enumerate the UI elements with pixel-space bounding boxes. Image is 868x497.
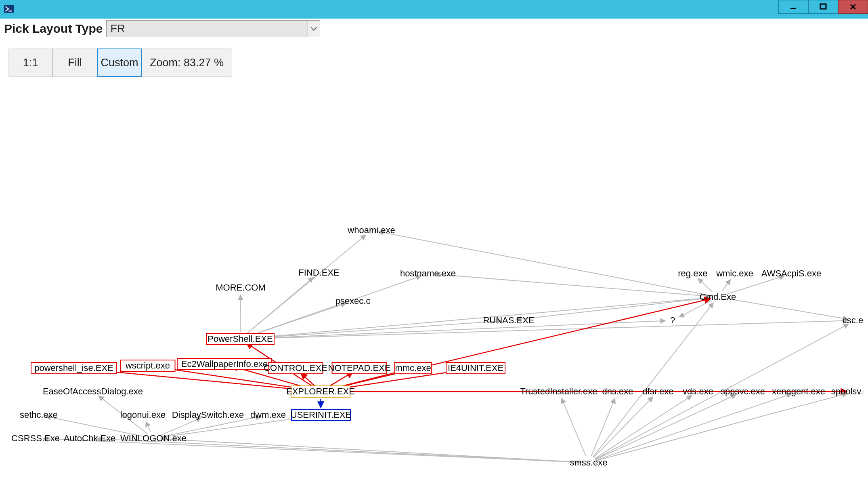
graph-node-label: xenagent.exe — [772, 386, 825, 396]
graph-node[interactable]: USERINIT.EXE — [291, 409, 351, 421]
graph-edge — [725, 298, 848, 319]
graph-node-label: NOTEPAD.EXE — [328, 363, 391, 373]
graph-node[interactable]: EXPLORER.EXE — [286, 386, 355, 397]
graph-node-label: USERINIT.EXE — [291, 410, 351, 420]
graph-node-label: PowerShell.EXE — [208, 334, 273, 344]
graph-node-label: csc.ex — [843, 315, 864, 325]
graph-node[interactable]: IE4UINIT.EXE — [446, 362, 505, 374]
graph-node-label: sethc.exe — [20, 410, 58, 420]
graph-node[interactable]: PowerShell.EXE — [206, 333, 274, 345]
graph-node[interactable]: dwm.exe — [250, 410, 286, 420]
window-minimize-button[interactable] — [778, 0, 808, 14]
graph-node-label: dwm.exe — [250, 410, 286, 420]
graph-edge — [328, 299, 711, 390]
window-maximize-button[interactable] — [808, 0, 838, 14]
graph-edge — [516, 298, 711, 320]
graph-node[interactable]: sppsvc.exe — [721, 386, 765, 396]
graph-node[interactable]: dfsr.exe — [642, 386, 673, 396]
graph-node-label: vds.exe — [683, 386, 713, 396]
graph-node[interactable]: NOTEPAD.EXE — [328, 362, 391, 374]
graph-edge — [146, 421, 150, 432]
graph-edge — [595, 394, 792, 460]
graph-node-label: AutoChk.Exe — [64, 433, 115, 443]
graph-node-label: Cmd.Exe — [700, 292, 736, 302]
process-graph[interactable]: whoami.exeFIND.EXEhostname.exeMORE.COMps… — [4, 20, 864, 492]
graph-node[interactable]: smss.exe — [570, 457, 608, 468]
graph-edge — [379, 232, 711, 295]
graph-node[interactable]: whoami.exe — [347, 225, 395, 235]
graph-node[interactable]: Ec2WallpaperInfo.exe — [177, 358, 272, 370]
graph-node-label: psexec.c — [335, 296, 371, 306]
graph-node[interactable]: RUNAS.EXE — [483, 315, 534, 325]
graph-node[interactable]: csc.ex — [843, 315, 864, 325]
graph-node-label: dns.exe — [602, 386, 633, 396]
graph-node-label: whoami.exe — [347, 225, 395, 235]
graph-node-label: reg.exe — [678, 268, 707, 278]
graph-node-label: RUNAS.EXE — [483, 315, 534, 325]
graph-node[interactable]: CONTROL.EXE — [264, 362, 327, 374]
graph-node-label: hostname.exe — [400, 268, 456, 278]
graph-node[interactable]: DisplaySwitch.exe — [172, 410, 244, 420]
graph-edge — [247, 321, 848, 339]
graph-edge — [722, 280, 731, 291]
graph-node[interactable]: MORE.COM — [216, 282, 265, 293]
graph-node[interactable]: Cmd.Exe — [700, 292, 736, 302]
graph-node-label: CSRSS.Exe — [11, 433, 60, 443]
graph-edge — [698, 278, 713, 292]
graph-node[interactable]: logonui.exe — [120, 410, 166, 420]
svg-rect-3 — [820, 4, 826, 9]
graph-node-label: EaseOfAccessDialog.exe — [43, 386, 143, 396]
graph-edge — [435, 274, 711, 296]
graph-node[interactable]: spoolsv.exe — [831, 386, 864, 396]
graph-node[interactable]: FIND.EXE — [298, 267, 339, 278]
graph-node-label: dfsr.exe — [642, 386, 673, 396]
window-close-button[interactable] — [838, 0, 868, 14]
graph-node[interactable]: AutoChk.Exe — [64, 433, 115, 443]
graph-node[interactable]: mmc.exe — [395, 362, 432, 374]
graph-node-label: AWSAcpiS.exe — [761, 268, 821, 278]
graph-node[interactable]: TrustedInstaller.exe — [520, 386, 597, 396]
graph-node[interactable]: WINLOGON.exe — [120, 433, 187, 443]
graph-node[interactable]: hostname.exe — [400, 268, 456, 278]
graph-node-label: IE4UINIT.EXE — [448, 363, 503, 373]
graph-node-label: smss.exe — [570, 457, 608, 468]
graph-node[interactable]: AWSAcpiS.exe — [761, 268, 821, 278]
graph-node-label: wscript.exe — [125, 360, 170, 371]
graph-node-label: spoolsv.exe — [831, 386, 864, 396]
graph-node[interactable]: wscript.exe — [121, 360, 175, 371]
graph-node-label: DisplaySwitch.exe — [172, 410, 244, 420]
titlebar — [0, 0, 868, 19]
graph-node[interactable]: ? — [670, 315, 675, 325]
graph-node-label: CONTROL.EXE — [264, 363, 327, 373]
graph-edge — [240, 295, 241, 332]
graph-edge — [595, 394, 847, 461]
graph-node[interactable]: wmic.exe — [716, 268, 753, 278]
graph-node[interactable]: powershell_ise.EXE — [31, 362, 117, 374]
graph-node-label: TrustedInstaller.exe — [520, 386, 597, 396]
graph-node-label: WINLOGON.exe — [120, 433, 187, 443]
graph-node-label: sppsvc.exe — [721, 386, 765, 396]
graph-node-label: ? — [670, 315, 675, 325]
powershell-icon — [3, 4, 15, 15]
graph-node[interactable]: CSRSS.Exe — [11, 433, 60, 443]
graph-edge — [562, 398, 586, 456]
graph-node-label: wmic.exe — [716, 268, 753, 278]
graph-edge — [595, 396, 692, 459]
graph-node[interactable]: vds.exe — [683, 386, 713, 396]
graph-node[interactable]: psexec.c — [335, 296, 371, 306]
graph-node-label: MORE.COM — [216, 282, 265, 293]
graph-node-label: FIND.EXE — [298, 267, 339, 278]
graph-edge — [247, 298, 711, 339]
graph-node[interactable]: dns.exe — [602, 386, 633, 396]
graph-edge — [247, 303, 346, 337]
graph-node-label: EXPLORER.EXE — [286, 386, 355, 396]
graph-node-label: Ec2WallpaperInfo.exe — [181, 359, 268, 369]
graph-node[interactable]: EaseOfAccessDialog.exe — [43, 386, 143, 396]
graph-node-label: mmc.exe — [395, 363, 431, 373]
graph-node[interactable]: sethc.exe — [20, 410, 58, 420]
graph-node[interactable]: xenagent.exe — [772, 386, 825, 396]
graph-node[interactable]: reg.exe — [678, 268, 707, 278]
graph-edge — [327, 372, 353, 387]
graph-edge — [247, 321, 665, 339]
graph-edge — [161, 439, 581, 462]
